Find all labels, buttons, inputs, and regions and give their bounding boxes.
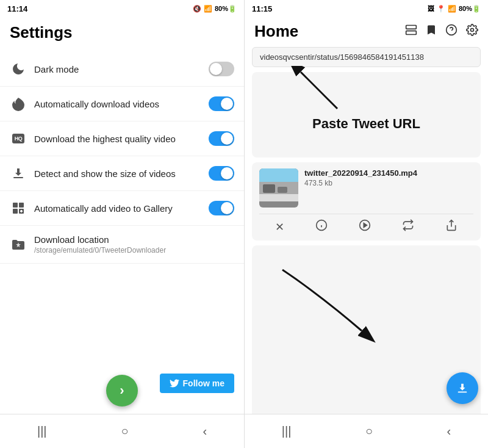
url-bar[interactable]: videosqvcsentir/status/15698465841914511… bbox=[252, 47, 481, 67]
status-bar-right: 11:15 🖼 📍 📶 80%🔋 bbox=[245, 0, 488, 17]
info-action-icon[interactable] bbox=[315, 219, 328, 234]
arrow-to-url bbox=[289, 66, 362, 115]
video-filesize: 473.5 kb bbox=[304, 179, 473, 187]
setting-highest-quality: HQ Download the highest quality video bbox=[0, 121, 244, 156]
signal-icon: 📶 bbox=[204, 5, 212, 13]
auto-download-toggle[interactable] bbox=[209, 96, 234, 111]
nav-back-icon-left[interactable]: ‹ bbox=[203, 424, 207, 438]
auto-download-label: Automatically download videos bbox=[34, 99, 201, 109]
time-right: 11:15 bbox=[252, 4, 272, 13]
left-panel: 11:14 🔇 📶 80%🔋 Settings Dark mode bbox=[0, 0, 244, 448]
follow-me-button[interactable]: Follow me bbox=[160, 374, 234, 393]
highest-quality-label: Download the highest quality video bbox=[34, 134, 201, 144]
dark-mode-label: Dark mode bbox=[34, 64, 201, 74]
share-action-icon[interactable] bbox=[445, 219, 458, 234]
settings-gear-icon[interactable] bbox=[466, 24, 478, 39]
status-icons-left: 🔇 📶 80%🔋 bbox=[193, 5, 237, 13]
nav-menu-icon-right[interactable]: ||| bbox=[282, 424, 292, 438]
svg-rect-2 bbox=[19, 203, 24, 208]
download-location-path: /storage/emulated/0/TweeterDownloader bbox=[34, 246, 234, 255]
svg-rect-3 bbox=[13, 209, 18, 214]
right-panel: 11:15 🖼 📍 📶 80%🔋 Home bbox=[244, 0, 488, 448]
video-card: twitter_20220914_231450.mp4 473.5 kb ✕ bbox=[252, 162, 481, 240]
battery-icon: 🔇 bbox=[193, 5, 201, 13]
nav-home-icon-left[interactable]: ○ bbox=[121, 424, 128, 438]
status-icons-right: 🖼 📍 📶 80%🔋 bbox=[428, 5, 481, 13]
paste-tweet-url-label: Paste Tweet URL bbox=[312, 116, 420, 132]
add-gallery-icon bbox=[10, 200, 27, 217]
close-action-icon[interactable]: ✕ bbox=[275, 220, 284, 234]
dark-mode-toggle[interactable] bbox=[209, 62, 234, 76]
fab-icon: › bbox=[120, 383, 124, 399]
flame-icon bbox=[10, 95, 27, 112]
setting-add-gallery: Automatically add video to Gallery bbox=[0, 191, 244, 226]
setting-detect-size: Detect and show the size of videos bbox=[0, 156, 244, 191]
svg-rect-5 bbox=[406, 26, 417, 29]
gallery-icon-status: 🖼 bbox=[428, 5, 434, 12]
add-gallery-text: Automatically add video to Gallery bbox=[34, 203, 201, 214]
battery-percent: 80%🔋 bbox=[215, 5, 237, 13]
time-left: 11:14 bbox=[7, 4, 27, 13]
video-metadata: twitter_20220914_231450.mp4 473.5 kb bbox=[304, 168, 473, 187]
next-fab-button[interactable]: › bbox=[106, 375, 138, 406]
battery-right: 80%🔋 bbox=[459, 5, 481, 13]
settings-list: Dark mode Automatically download videos … bbox=[0, 52, 244, 414]
right-header: Home bbox=[245, 17, 488, 47]
download-fab-icon bbox=[456, 381, 469, 395]
right-nav-bar: ||| ○ ‹ bbox=[245, 414, 488, 448]
video-thumbnail bbox=[259, 168, 298, 208]
status-bar-left: 11:14 🔇 📶 80%🔋 bbox=[0, 0, 244, 17]
repeat-action-icon[interactable] bbox=[402, 219, 414, 234]
star-folder-icon bbox=[10, 236, 27, 253]
detect-size-toggle[interactable] bbox=[209, 166, 234, 181]
dark-mode-text: Dark mode bbox=[34, 64, 201, 74]
video-info-row: twitter_20220914_231450.mp4 473.5 kb bbox=[259, 168, 473, 208]
left-nav-bar: ||| ○ ‹ bbox=[0, 414, 244, 448]
video-filename: twitter_20220914_231450.mp4 bbox=[304, 168, 473, 178]
arrow-to-download bbox=[270, 258, 392, 349]
svg-rect-1 bbox=[13, 203, 18, 208]
svg-point-9 bbox=[471, 29, 474, 32]
setting-download-location: Download location /storage/emulated/0/Tw… bbox=[0, 226, 244, 264]
download-fab-button[interactable] bbox=[447, 372, 478, 404]
nav-back-icon-right[interactable]: ‹ bbox=[447, 424, 451, 438]
add-gallery-label: Automatically add video to Gallery bbox=[34, 203, 201, 214]
detect-size-label: Detect and show the size of videos bbox=[34, 168, 201, 179]
svg-rect-18 bbox=[458, 392, 467, 393]
download-location-label: Download location bbox=[34, 234, 234, 245]
svg-marker-15 bbox=[364, 223, 367, 228]
auto-download-text: Automatically download videos bbox=[34, 99, 201, 109]
detect-size-text: Detect and show the size of videos bbox=[34, 168, 201, 179]
follow-me-label: Follow me bbox=[183, 378, 224, 388]
svg-rect-6 bbox=[406, 31, 417, 35]
location-icon-status: 📍 bbox=[437, 5, 445, 13]
video-actions-row: ✕ bbox=[259, 214, 473, 234]
paste-section: Paste Tweet URL bbox=[252, 72, 481, 157]
help-icon[interactable] bbox=[445, 24, 458, 39]
nav-home-icon-right[interactable]: ○ bbox=[365, 424, 373, 438]
play-action-icon[interactable] bbox=[359, 219, 371, 234]
hq-icon: HQ bbox=[10, 130, 27, 147]
bookmark-icon[interactable] bbox=[426, 24, 437, 39]
svg-rect-0 bbox=[13, 177, 23, 178]
moon-icon bbox=[10, 60, 27, 78]
page-title-left: Settings bbox=[0, 17, 244, 52]
setting-dark-mode: Dark mode bbox=[0, 52, 244, 87]
twitter-icon bbox=[170, 378, 179, 388]
highest-quality-toggle[interactable] bbox=[209, 131, 234, 146]
signal-right: 📶 bbox=[448, 5, 456, 13]
layers-icon[interactable] bbox=[405, 24, 417, 39]
detect-size-icon bbox=[10, 165, 27, 182]
page-title-right: Home bbox=[254, 22, 298, 41]
header-icons-group bbox=[405, 24, 478, 39]
highest-quality-text: Download the highest quality video bbox=[34, 134, 201, 144]
setting-auto-download: Automatically download videos bbox=[0, 87, 244, 121]
add-gallery-toggle[interactable] bbox=[209, 201, 234, 215]
nav-menu-icon-left[interactable]: ||| bbox=[37, 424, 47, 438]
download-location-text: Download location /storage/emulated/0/Tw… bbox=[34, 234, 234, 255]
